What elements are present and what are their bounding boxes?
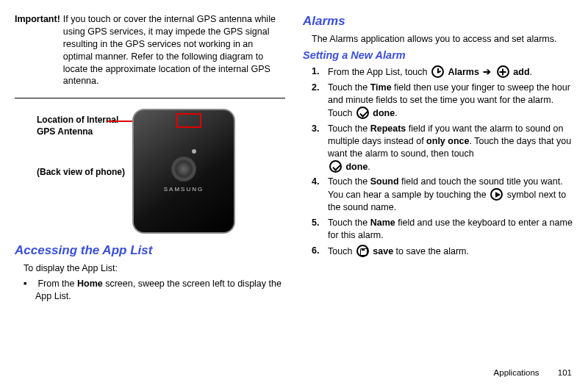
diagram-labels: Location of Internal GPS Antenna (Back v… <box>37 109 132 179</box>
step-6: Touch save to save the alarm. <box>328 245 573 258</box>
app-list-intro: To display the App List: <box>24 262 285 275</box>
step3-done-label: done <box>345 162 368 172</box>
alarms-intro: The Alarms application allows you to acc… <box>312 33 573 46</box>
step-2: Touch the Time field then use your finge… <box>328 82 573 120</box>
step6-text1: Touch <box>328 246 355 256</box>
heading-setting-new-alarm: Setting a New Alarm <box>303 48 573 63</box>
done-icon <box>356 107 369 119</box>
footer-page-number: 101 <box>558 368 572 377</box>
step5-text1: Touch the <box>328 218 370 228</box>
important-label: Important! <box>15 13 63 87</box>
step6-text2: to save the alarm. <box>393 246 469 256</box>
arrow-icon: ➔ <box>483 67 491 77</box>
bullet-home-label: Home <box>77 279 103 289</box>
left-column: Important! If you touch or cover the int… <box>15 13 285 303</box>
important-note: Important! If you touch or cover the int… <box>15 13 285 87</box>
save-icon <box>356 245 369 257</box>
step-4: Touch the Sound field and touch the soun… <box>328 176 573 214</box>
gps-antenna-diagram: Location of Internal GPS Antenna (Back v… <box>15 109 285 234</box>
app-list-bullets: From the Home screen, sweep the screen l… <box>35 278 285 303</box>
step-3: Touch the Repeats field if you want the … <box>328 123 573 173</box>
manual-page: Important! If you touch or cover the int… <box>0 0 588 303</box>
heading-accessing-app-list: Accessing the App List <box>15 242 285 259</box>
step3-repeats-label: Repeats <box>370 123 406 134</box>
alarm-steps: From the App List, touch Alarms ➔ add. T… <box>328 65 573 257</box>
step-1: From the App List, touch Alarms ➔ add. <box>328 65 573 79</box>
diagram-label-antenna: Location of Internal GPS Antenna <box>37 115 132 137</box>
step2-end: . <box>395 108 397 118</box>
step1-add-label: add <box>513 67 529 77</box>
divider <box>15 98 285 98</box>
play-icon <box>490 188 503 201</box>
step3-text1: Touch the <box>328 123 370 134</box>
right-column: Alarms The Alarms application allows you… <box>303 13 573 303</box>
step3-onlyonce-label: only once <box>426 136 469 146</box>
step6-save-label: save <box>373 246 393 256</box>
step1-alarms-label: Alarms <box>448 67 478 77</box>
step3-end: . <box>368 162 370 172</box>
step2-time-label: Time <box>370 82 392 93</box>
done-icon <box>329 160 342 173</box>
step2-done-label: done <box>373 108 395 118</box>
phone-brand-label: SAMSUNG <box>164 186 204 194</box>
step2-text1: Touch the <box>328 82 370 93</box>
footer-section-label: Applications <box>494 368 539 377</box>
add-icon <box>497 65 509 78</box>
phone-back: SAMSUNG <box>132 109 235 234</box>
important-text: If you touch or cover the internal GPS a… <box>63 13 285 87</box>
page-footer: Applications 101 <box>494 367 572 379</box>
step5-name-label: Name <box>370 218 395 228</box>
heading-alarms: Alarms <box>303 13 573 30</box>
bullet-text-pre: From the <box>37 279 77 289</box>
camera-flash-icon <box>192 149 196 154</box>
app-list-bullet: From the Home screen, sweep the screen l… <box>35 278 285 303</box>
step1-text: From the App List, touch <box>328 67 430 77</box>
step1-end: . <box>530 67 532 77</box>
diagram-label-backview: (Back view of phone) <box>37 167 132 179</box>
step-5: Touch the Name field and use the keyboar… <box>328 217 573 242</box>
alarms-icon <box>431 65 444 78</box>
phone-illustration: SAMSUNG <box>132 109 235 234</box>
step4-sound-label: Sound <box>370 176 399 187</box>
step4-text1: Touch the <box>328 176 370 187</box>
